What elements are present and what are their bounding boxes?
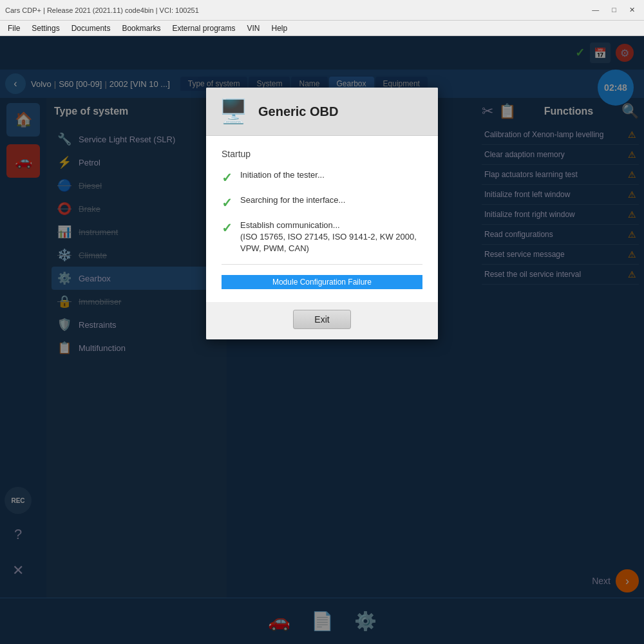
menu-help[interactable]: Help <box>267 23 293 34</box>
check-initiation-icon: ✓ <box>222 170 232 185</box>
modal-section-title: Startup <box>222 149 422 159</box>
check-searching-icon: ✓ <box>222 195 232 211</box>
modal-divider <box>222 264 422 265</box>
check-communication-text: Establish communication...(ISO 15765, IS… <box>240 220 422 255</box>
status-bar: Module Configuration Failure <box>222 275 422 289</box>
menu-bookmarks[interactable]: Bookmarks <box>117 23 166 34</box>
modal-body: Startup ✓ Initiation of the tester... ✓ … <box>206 136 438 302</box>
window-title: Cars CDP+ | Release 2021 (2021.11) code4… <box>5 6 199 14</box>
check-communication-icon: ✓ <box>222 220 232 236</box>
menu-vin[interactable]: VIN <box>242 23 265 34</box>
main-content: ✓ 📅 ⚙ 02:48 ‹ Volvo | S60 [00-09] | 2002… <box>0 36 644 644</box>
menu-documents[interactable]: Documents <box>66 23 116 34</box>
main-window: Cars CDP+ | Release 2021 (2021.11) code4… <box>0 0 644 644</box>
check-searching-text: Searching for the interface... <box>240 194 345 206</box>
title-bar: Cars CDP+ | Release 2021 (2021.11) code4… <box>0 0 644 21</box>
close-button[interactable]: ✕ <box>625 5 639 15</box>
menu-settings[interactable]: Settings <box>26 23 64 34</box>
modal-overlay: 🖥️ Generic OBD Startup ✓ Initiation of t… <box>0 36 644 644</box>
modal-check-communication: ✓ Establish communication...(ISO 15765, … <box>222 220 422 255</box>
generic-obd-modal: 🖥️ Generic OBD Startup ✓ Initiation of t… <box>206 88 438 339</box>
modal-footer: Exit <box>206 302 438 339</box>
modal-header: 🖥️ Generic OBD <box>206 88 438 136</box>
modal-check-initiation: ✓ Initiation of the tester... <box>222 169 422 185</box>
menu-external-programs[interactable]: External programs <box>167 23 240 34</box>
check-initiation-text: Initiation of the tester... <box>240 169 325 181</box>
maximize-button[interactable]: □ <box>608 5 620 15</box>
window-controls: — □ ✕ <box>588 5 639 15</box>
menu-bar: File Settings Documents Bookmarks Extern… <box>0 21 644 36</box>
minimize-button[interactable]: — <box>588 5 603 15</box>
modal-title: Generic OBD <box>258 104 338 119</box>
modal-computer-icon: 🖥️ <box>219 98 248 125</box>
menu-file[interactable]: File <box>3 23 25 34</box>
modal-check-searching: ✓ Searching for the interface... <box>222 194 422 211</box>
exit-button[interactable]: Exit <box>293 310 350 329</box>
